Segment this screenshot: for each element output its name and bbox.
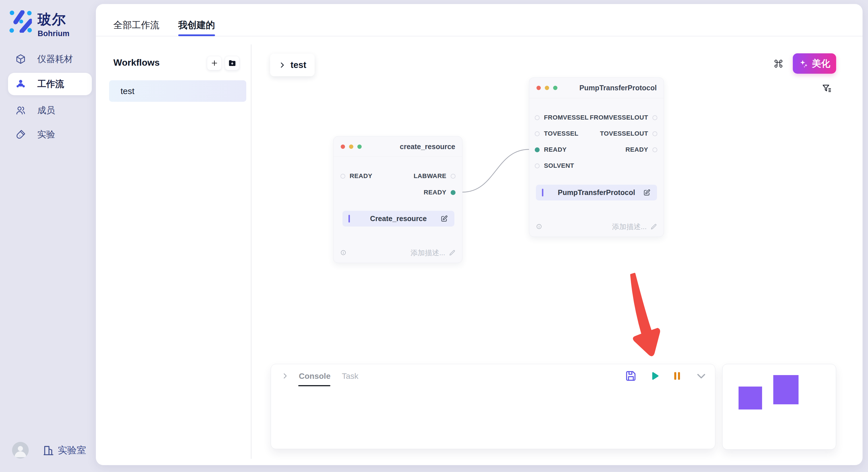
tab-my-created[interactable]: 我创建的 (178, 19, 215, 32)
pencil-icon[interactable] (650, 223, 657, 230)
sidebar-footer: 实验室 (0, 439, 96, 462)
port-label: FROMVESSELOUT (590, 114, 648, 121)
tab-all-workflows[interactable]: 全部工作流 (113, 19, 159, 32)
pill-accent-bar (542, 189, 544, 196)
port-right: LABWARE (414, 172, 456, 180)
info-icon[interactable] (536, 224, 542, 229)
port-label: READY (544, 146, 567, 154)
avatar-person-icon (12, 442, 29, 459)
port-row: FROMVESSEL FROMVESSELOUT (529, 109, 663, 126)
node-header: PumpTransferProtocol (529, 78, 663, 98)
user-avatar[interactable] (12, 442, 29, 459)
save-icon[interactable] (625, 370, 637, 382)
port-handle-ready-in[interactable] (340, 174, 345, 179)
port-row: TOVESSEL TOVESSELOUT (529, 126, 663, 142)
minimap-node-pump (773, 375, 799, 404)
minimap[interactable] (722, 364, 836, 450)
port-handle-ready-out-connected[interactable] (451, 190, 456, 195)
description-area[interactable]: 添加描述... (410, 248, 456, 258)
canvas-breadcrumb-chip[interactable]: test (270, 54, 315, 76)
workflow-group-icon (15, 78, 26, 90)
sidebar: 玻尔 Bohrium 仪器耗材 工作流 成员 实验 (0, 0, 96, 472)
minimap-node-create-resource (739, 386, 762, 409)
tab-console[interactable]: Console (299, 372, 330, 381)
edit-icon[interactable] (440, 215, 448, 223)
breadcrumb-label: test (290, 60, 306, 70)
sidebar-item-label: 实验 (37, 129, 55, 140)
traffic-dot-yellow[interactable] (545, 86, 549, 90)
info-icon[interactable] (340, 250, 346, 256)
logo: 玻尔 Bohrium (9, 10, 69, 38)
members-icon (15, 105, 26, 116)
port-label: TOVESSEL (544, 130, 578, 137)
sidebar-item-workflows[interactable]: 工作流 (0, 73, 96, 95)
port-row: READY (334, 184, 462, 200)
port-handle-fromvessel[interactable] (535, 115, 539, 120)
workflows-panel-title: Workflows (113, 57, 160, 68)
chevron-down-icon[interactable] (695, 370, 707, 382)
pill-accent-bar (348, 215, 350, 223)
port-left: TOVESSEL (535, 130, 578, 137)
sidebar-item-label: 工作流 (37, 78, 64, 90)
port-right: READY (625, 146, 657, 154)
port-handle-ready-in-connected[interactable] (535, 147, 539, 152)
port-handle-tovessel[interactable] (535, 131, 539, 136)
plus-icon (210, 59, 218, 67)
run-play-icon[interactable] (648, 370, 660, 382)
lab-switcher[interactable]: 实验室 (42, 444, 86, 457)
node-footer: 添加描述... (340, 248, 456, 257)
active-tab-underline (178, 34, 215, 36)
workflow-list-item-test[interactable]: test (109, 80, 246, 102)
logo-subtitle: Bohrium (38, 29, 69, 38)
port-label: TOVESSELOUT (600, 130, 648, 137)
traffic-dot-red[interactable] (536, 86, 541, 90)
sidebar-item-instruments[interactable]: 仪器耗材 (0, 48, 96, 70)
node-title: create_resource (400, 136, 455, 157)
import-folder-button[interactable] (225, 56, 239, 70)
folder-download-icon (228, 59, 237, 67)
port-label: LABWARE (414, 172, 446, 180)
port-row: READY LABWARE (334, 168, 462, 184)
traffic-dot-red[interactable] (341, 144, 345, 149)
port-handle-solvent[interactable] (535, 164, 539, 168)
description-area[interactable]: 添加描述... (612, 222, 657, 231)
port-right: TOVESSELOUT (600, 130, 657, 137)
port-handle-fromvesselout[interactable] (652, 115, 657, 120)
sidebar-item-members[interactable]: 成员 (0, 99, 96, 122)
logo-text: 玻尔 Bohrium (38, 10, 69, 38)
pill-label: PumpTransferProtocol (536, 189, 657, 197)
traffic-dot-green[interactable] (553, 86, 557, 90)
node-action-pill[interactable]: PumpTransferProtocol (536, 185, 657, 200)
sidebar-item-label: 成员 (37, 104, 55, 116)
lab-switcher-label: 实验室 (58, 444, 86, 457)
test-tube-icon (15, 129, 26, 140)
sidebar-item-label: 仪器耗材 (37, 53, 73, 65)
port-label: READY (625, 146, 648, 154)
sidebar-item-experiments[interactable]: 实验 (0, 123, 96, 146)
port-right: READY (424, 189, 456, 196)
pencil-icon[interactable] (448, 249, 456, 256)
pause-icon[interactable] (671, 370, 683, 382)
port-label: READY (350, 172, 372, 180)
filter-funnel-icon[interactable] (822, 83, 832, 94)
port-handle-ready-out[interactable] (652, 147, 657, 152)
port-label: READY (424, 189, 446, 196)
port-left: READY (340, 172, 372, 180)
port-handle-tovesselout[interactable] (652, 131, 657, 136)
traffic-dot-green[interactable] (358, 144, 362, 149)
command-icon[interactable] (773, 58, 784, 69)
beautify-button[interactable]: 美化 (793, 53, 836, 74)
tab-task[interactable]: Task (342, 372, 359, 381)
node-footer: 添加描述... (536, 222, 657, 231)
node-create-resource[interactable]: create_resource READY LABWARE READY Crea… (333, 136, 462, 263)
node-action-pill[interactable]: Create_resource (342, 211, 454, 227)
add-workflow-button[interactable] (207, 56, 222, 70)
node-pump-transfer-protocol[interactable]: PumpTransferProtocol FROMVESSEL FROMVESS… (529, 77, 664, 237)
traffic-dot-yellow[interactable] (349, 144, 353, 149)
edit-icon[interactable] (643, 189, 651, 196)
port-handle-labware-out[interactable] (451, 174, 456, 179)
panel-divider (251, 44, 251, 459)
building-icon (42, 444, 54, 456)
console-active-underline (298, 385, 330, 386)
console-expand-icon[interactable] (281, 372, 289, 380)
